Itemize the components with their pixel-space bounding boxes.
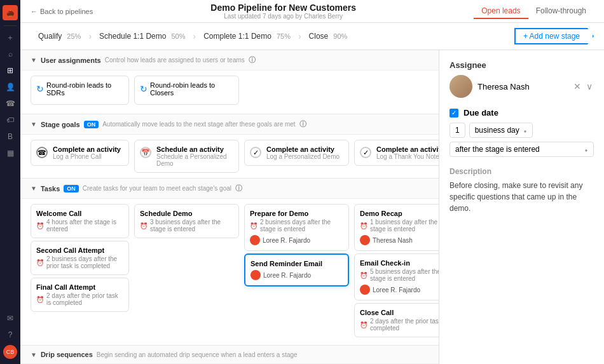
task-second-call-sub: ⏰ 2 business days after the prior task i…: [36, 255, 123, 269]
description-title: Description: [450, 167, 594, 176]
search-icon[interactable]: ⌕: [4, 48, 17, 60]
people-icon[interactable]: 👤: [4, 81, 17, 93]
user-assignments-row: ↻ Round-robin leads to SDRs ↻ Round-robi…: [20, 71, 439, 114]
stage-complete-pct: 75%: [277, 32, 291, 40]
due-date-label: Due date: [463, 108, 498, 118]
stage-goals-header[interactable]: ▼ Stage goals ON Automatically move lead…: [20, 114, 439, 135]
stage-schedule-pct: 50%: [171, 32, 185, 40]
tasks-col-close: Demo Recap ⏰ 1 business day after the st…: [354, 204, 439, 340]
clock-icon-2: ⏰: [36, 259, 44, 266]
task-final-call-title: Final Call Attempt: [36, 283, 123, 291]
collapse-icon: ▼: [31, 57, 37, 64]
pipeline-subtitle: Last updated 7 days ago by Charles Berry: [100, 13, 466, 20]
user-assignments-section: ▼ User assignments Control how leads are…: [20, 50, 439, 114]
goal-icon-2: 📅: [140, 147, 151, 158]
drip-sequences-section: ▼ Drip sequences Begin sending an automa…: [20, 346, 439, 364]
task-schedule-demo[interactable]: Schedule Demo ⏰ 3 business days after th…: [134, 204, 239, 238]
person-icon-1: [250, 235, 260, 245]
stage-close[interactable]: Close 90%: [301, 29, 355, 43]
phone-icon[interactable]: ☎: [4, 97, 17, 110]
assign-sdrs-label: Round-robin leads to SDRs: [46, 81, 123, 97]
bar-chart-icon[interactable]: ▦: [4, 147, 17, 159]
grid-icon[interactable]: ⊞: [4, 64, 17, 77]
dropdown-assignee-button[interactable]: ∨: [585, 80, 594, 93]
task-email-checkin[interactable]: Email Check-in ⏰ 5 business days after t…: [354, 253, 439, 300]
stage-qualify[interactable]: Qualify 25%: [31, 29, 88, 43]
stage-complete[interactable]: Complete 1:1 Demo 75%: [196, 29, 298, 43]
goal-sub-2: Schedule a Personalized Demo: [156, 153, 233, 167]
user-assignments-info: Control how leads are assigned to users …: [105, 57, 245, 64]
tasks-header[interactable]: ▼ Tasks ON Create tasks for your team to…: [20, 179, 439, 199]
task-prepare-demo-title: Prepare for Demo: [250, 210, 343, 217]
goal-title-2: Schedule an activity: [156, 145, 233, 153]
due-date-section: ✓ Due date 1 business day ⬥ after the st…: [450, 108, 594, 157]
tasks-section: ▼ Tasks ON Create tasks for your team to…: [20, 179, 439, 346]
task-send-reminder-title: Send Reminder Email: [251, 260, 343, 267]
tasks-row: Welcome Call ⏰ 4 hours after the stage i…: [20, 199, 439, 345]
collapse-icon-drip: ▼: [31, 351, 37, 358]
remove-assignee-button[interactable]: ✕: [572, 80, 582, 93]
stage-complete-label: Complete 1:1 Demo: [203, 32, 271, 41]
person-name-1: Loree R. Fajardo: [263, 237, 310, 244]
stage-close-label: Close: [309, 32, 329, 41]
cycle-icon-1: ↻: [36, 84, 44, 94]
info-icon-goals: ⓘ: [299, 119, 306, 129]
tag-icon[interactable]: 🏷: [4, 114, 17, 126]
goal-icon-3: ✓: [250, 147, 261, 158]
assignee-row: Theresa Nash ✕ ∨: [450, 75, 594, 98]
due-date-unit-select[interactable]: business day ⬥: [469, 123, 533, 138]
stage-goals-badge: ON: [84, 121, 99, 128]
task-send-reminder[interactable]: Send Reminder Email Loree R. Fajardo: [244, 253, 349, 286]
assignee-label: Assignee: [450, 60, 594, 70]
main-content: ← Back to pipelines Demo Pipeline for Ne…: [20, 0, 604, 364]
drip-sequences-title: Drip sequences: [41, 351, 93, 358]
tasks-col-complete: Prepare for Demo ⏰ 2 business days after…: [244, 204, 349, 340]
due-date-after-select[interactable]: after the stage is entered ⬥: [450, 142, 594, 157]
description-section: Description Before closing, make sure to…: [450, 167, 594, 214]
assignee-name: Theresa Nash: [477, 82, 567, 91]
app-logo[interactable]: 🌰: [3, 5, 18, 20]
due-date-number-input[interactable]: 1: [450, 123, 465, 138]
tab-open-leads[interactable]: Open leads: [474, 4, 528, 19]
task-demo-recap[interactable]: Demo Recap ⏰ 1 business day after the st…: [354, 204, 439, 251]
dollar-icon[interactable]: B: [4, 130, 17, 143]
drip-sequences-header[interactable]: ▼ Drip sequences Begin sending an automa…: [20, 346, 439, 364]
back-label: Back to pipelines: [40, 8, 93, 15]
task-demo-recap-title: Demo Recap: [360, 210, 439, 217]
stage-schedule[interactable]: Schedule 1:1 Demo 50%: [92, 29, 193, 43]
clock-icon-4: ⏰: [140, 222, 148, 229]
tab-follow-through[interactable]: Follow-through: [528, 4, 594, 19]
goal-col-1: ☎ Complete an activity Log a Phone Call: [31, 140, 129, 173]
task-second-call[interactable]: Second Call Attempt ⏰ 2 business days af…: [31, 241, 129, 275]
stage-goals-title: Stage goals: [41, 121, 80, 128]
stage-goals-row: ☎ Complete an activity Log a Phone Call …: [20, 135, 439, 178]
assign-card-sdrs: ↻ Round-robin leads to SDRs: [31, 76, 129, 105]
person-icon-4: [360, 285, 370, 295]
goal-sub-3: Log a Personalized Demo: [266, 153, 340, 160]
goal-card-2: 📅 Schedule an activity Schedule a Person…: [134, 140, 239, 173]
info-icon-tasks: ⓘ: [235, 184, 242, 193]
cycle-icon-2: ↻: [140, 84, 148, 94]
sidebar: 🌰 ＋ ⌕ ⊞ 👤 ☎ 🏷 B ▦ ✉ ? CB: [0, 0, 20, 364]
envelope-icon[interactable]: ✉: [4, 312, 17, 325]
back-link[interactable]: ← Back to pipelines: [31, 8, 93, 15]
task-welcome-call[interactable]: Welcome Call ⏰ 4 hours after the stage i…: [31, 204, 129, 238]
goal-col-2: 📅 Schedule an activity Schedule a Person…: [134, 140, 239, 173]
task-close-call-title: Close Call: [360, 309, 439, 316]
due-date-after-value: after the stage is entered: [455, 145, 540, 154]
task-final-call[interactable]: Final Call Attempt ⏰ 2 days after the pr…: [31, 278, 129, 312]
due-date-checkbox[interactable]: ✓: [450, 109, 458, 118]
add-stage-button[interactable]: + Add new stage: [514, 28, 594, 44]
user-avatar[interactable]: CB: [3, 345, 17, 359]
task-prepare-demo-sub: ⏰ 2 business days after the stage is ent…: [250, 219, 343, 233]
stage-qualify-pct: 25%: [67, 32, 81, 40]
stage-bar: Qualify 25% › Schedule 1:1 Demo 50% › Co…: [20, 23, 604, 50]
task-close-call[interactable]: Close Call ⏰ 2 days after the prior task…: [354, 303, 439, 337]
question-icon[interactable]: ?: [4, 328, 17, 341]
ua-col-4: [354, 76, 439, 109]
task-demo-recap-assignee: Theresa Nash: [360, 235, 439, 245]
assignee-actions: ✕ ∨: [572, 80, 594, 93]
task-prepare-demo[interactable]: Prepare for Demo ⏰ 2 business days after…: [244, 204, 349, 251]
user-assignments-header[interactable]: ▼ User assignments Control how leads are…: [20, 50, 439, 71]
plus-icon[interactable]: ＋: [4, 31, 17, 44]
